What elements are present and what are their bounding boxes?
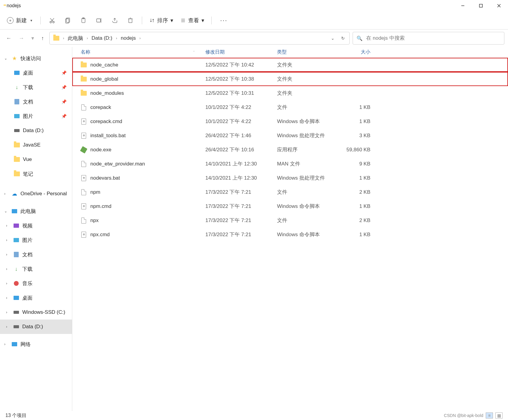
forward-button[interactable]: → [19, 35, 24, 42]
file-icon [81, 90, 87, 96]
file-row[interactable]: node_cache12/5/2022 下午 10:42文件夹 [72, 58, 508, 72]
cut-button[interactable] [45, 14, 59, 26]
drive-icon [14, 128, 20, 134]
recent-chevron-icon[interactable]: ▾ [31, 35, 34, 42]
sidebar-onedrive[interactable]: ›☁OneDrive - Personal [0, 187, 72, 201]
breadcrumb-seg[interactable]: 此电脑 [65, 35, 86, 42]
address-drop-icon[interactable]: ⌄ [328, 36, 338, 41]
file-row[interactable]: node_modules12/5/2022 下午 10:31文件夹 [72, 86, 508, 100]
file-row[interactable]: corepack10/1/2022 下午 4:22文件1 KB [72, 100, 508, 114]
sidebar-item-documents2[interactable]: ›文档 [0, 247, 72, 262]
file-row[interactable]: node.exe26/4/2022 下午 10:16应用程序59,860 KB [72, 143, 508, 157]
sort-button[interactable]: 排序 ▾ [147, 16, 176, 25]
minimize-button[interactable] [454, 0, 472, 11]
sidebar-item-datad2[interactable]: ›Data (D:) [0, 320, 72, 334]
address-bar[interactable]: › 此电脑 › Data (D:) › nodejs › ⌄ ↻ [49, 32, 350, 45]
file-row[interactable]: ⚙npx.cmd17/3/2022 下午 7:21Windows 命令脚本1 K… [72, 227, 508, 242]
sidebar-item-music[interactable]: ›音乐 [0, 276, 72, 291]
chevron-right-icon[interactable]: › [115, 36, 118, 40]
file-size: 9 KB [341, 161, 377, 167]
file-name: corepack.cmd [90, 119, 122, 125]
sidebar-item-pictures2[interactable]: ›图片 [0, 233, 72, 247]
maximize-button[interactable] [472, 0, 490, 11]
video-icon [13, 223, 19, 229]
drive-icon [13, 309, 19, 315]
nav-buttons: ← → ▾ ↑ [4, 35, 46, 42]
view-tiles-button[interactable]: ▦ [495, 412, 503, 418]
file-row[interactable]: npx17/3/2022 下午 7:21文件2 KB [72, 213, 508, 227]
col-type[interactable]: 类型 [277, 49, 341, 55]
chevron-down-icon: ▾ [30, 18, 32, 23]
file-icon [81, 147, 87, 153]
file-name: corepack [90, 104, 111, 110]
label: 音乐 [22, 280, 33, 287]
breadcrumb-seg[interactable]: nodejs [118, 35, 138, 41]
close-button[interactable] [490, 0, 508, 11]
refresh-button[interactable]: ↻ [338, 36, 348, 41]
share-button[interactable] [108, 14, 121, 26]
sidebar-item-javase[interactable]: JavaSE [0, 138, 72, 152]
file-size: 1 KB [341, 104, 377, 110]
sidebar-item-desktop[interactable]: 桌面📌 [0, 66, 72, 80]
file-type: Windows 命令脚本 [277, 231, 341, 238]
chevron-right-icon: › [6, 281, 10, 286]
search-input[interactable] [366, 35, 500, 41]
chevron-right-icon[interactable]: › [138, 36, 142, 40]
sidebar-item-downloads[interactable]: ↓下载📌 [0, 80, 72, 94]
back-button[interactable]: ← [6, 35, 11, 42]
up-button[interactable]: ↑ [41, 35, 44, 42]
col-name[interactable]: 名称ˇ [81, 49, 205, 55]
file-name: node_cache [90, 62, 118, 68]
paste-button[interactable] [77, 14, 90, 26]
file-row[interactable]: ⚙install_tools.bat26/4/2022 下午 1:46Windo… [72, 128, 508, 143]
file-row[interactable]: npm17/3/2022 下午 7:21文件2 KB [72, 185, 508, 199]
new-button[interactable]: + 新建 ▾ [4, 15, 36, 26]
sidebar-network[interactable]: ›网络 [0, 337, 72, 351]
sidebar-item-documents[interactable]: 文档📌 [0, 94, 72, 109]
file-row[interactable]: ⚙npm.cmd17/3/2022 下午 7:21Windows 命令脚本1 K… [72, 199, 508, 213]
sidebar-item-downloads2[interactable]: ›↓下载 [0, 262, 72, 276]
more-button[interactable]: ··· [217, 17, 231, 24]
file-date: 10/1/2022 下午 4:22 [205, 118, 277, 125]
sidebar-item-notes[interactable]: 笔记 [0, 167, 72, 181]
sidebar-item-datad[interactable]: Data (D:) [0, 123, 72, 138]
copy-button[interactable] [61, 14, 74, 26]
col-date[interactable]: 修改日期 [205, 49, 277, 55]
file-date: 14/10/2021 上午 12:30 [205, 174, 277, 181]
breadcrumb-seg[interactable]: Data (D:) [89, 35, 115, 41]
chevron-right-icon: › [6, 267, 10, 271]
sidebar-thispc[interactable]: ⌄此电脑 [0, 204, 72, 218]
chevron-right-icon[interactable]: › [62, 36, 65, 40]
file-size: 2 KB [341, 218, 377, 224]
file-size: 2 KB [341, 189, 377, 195]
rename-button[interactable] [92, 14, 106, 26]
sidebar-item-videos[interactable]: ›视频 [0, 218, 72, 233]
chevron-right-icon: › [6, 325, 10, 329]
file-type: 文件 [277, 189, 341, 196]
sidebar-item-desktop2[interactable]: ›桌面 [0, 291, 72, 305]
chevron-right-icon[interactable]: › [86, 36, 89, 40]
file-row[interactable]: ⚙nodevars.bat14/10/2021 上午 12:30Windows … [72, 171, 508, 185]
download-icon: ↓ [14, 84, 20, 90]
label: JavaSE [23, 142, 41, 148]
view-button[interactable]: 查看 ▾ [178, 16, 207, 25]
file-size: 3 KB [341, 133, 377, 139]
file-row[interactable]: node_global12/5/2022 下午 10:38文件夹 [72, 72, 508, 86]
sidebar-item-winssd[interactable]: ›Windows-SSD (C:) [0, 305, 72, 320]
file-icon: ⚙ [81, 232, 87, 238]
file-icon [81, 62, 87, 68]
titlebar: nodejs [0, 0, 508, 11]
sidebar-quick-access[interactable]: ⌄★快速访问 [0, 51, 72, 66]
sidebar-item-vue[interactable]: Vue [0, 152, 72, 167]
chevron-right-icon: › [6, 296, 10, 300]
sidebar-item-pictures[interactable]: 图片📌 [0, 109, 72, 123]
file-date: 17/3/2022 下午 7:21 [205, 217, 277, 224]
chevron-right-icon: › [6, 238, 10, 242]
file-row[interactable]: node_etw_provider.man14/10/2021 上午 12:30… [72, 157, 508, 171]
search-box[interactable]: 🔍 [353, 32, 504, 45]
file-type: 文件夹 [277, 90, 341, 97]
delete-button[interactable] [124, 14, 137, 26]
col-size[interactable]: 大小 [341, 49, 377, 55]
file-row[interactable]: ⚙corepack.cmd10/1/2022 下午 4:22Windows 命令… [72, 114, 508, 128]
view-details-button[interactable]: ≡ [486, 412, 493, 418]
